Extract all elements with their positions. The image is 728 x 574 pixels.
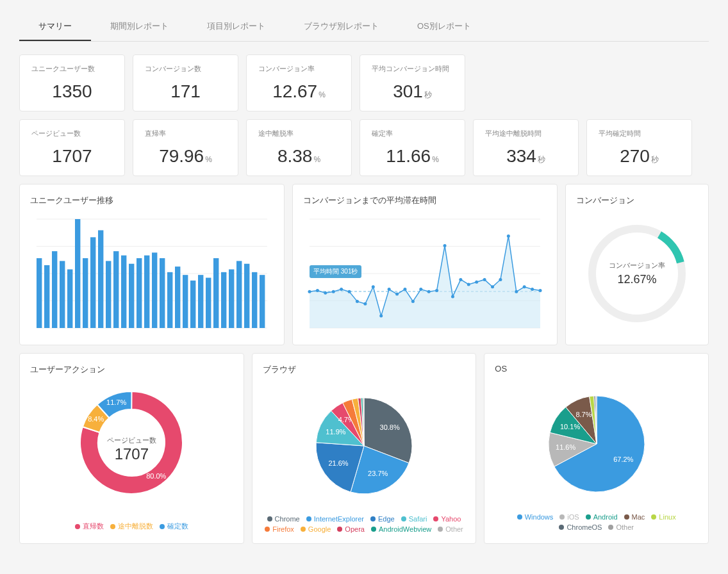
legend-item[interactable]: Firefox bbox=[265, 525, 294, 533]
legend-item[interactable]: Linux bbox=[651, 513, 675, 521]
ua-center-label: ページビュー数 bbox=[107, 436, 156, 445]
legend-item[interactable]: Opera bbox=[337, 525, 365, 533]
chart-browser: ブラウザ 30.8%23.7%21.6%11.9%4.7% ChromeInte… bbox=[252, 353, 477, 544]
svg-point-48 bbox=[363, 302, 367, 306]
svg-point-50 bbox=[379, 315, 383, 318]
svg-point-66 bbox=[507, 234, 510, 238]
metric-value: 79.96% bbox=[145, 146, 226, 167]
metric-value: 11.66% bbox=[372, 146, 453, 167]
legend-item[interactable]: InternetExplorer bbox=[306, 515, 364, 523]
svg-rect-30 bbox=[229, 269, 234, 328]
svg-point-62 bbox=[475, 281, 478, 284]
metric-label: 平均途中離脱時間 bbox=[485, 129, 567, 138]
report-tabs: サマリー期間別レポート項目別レポートブラウザ別レポートOS別レポート bbox=[19, 13, 709, 42]
metric-label: コンバージョン率 bbox=[258, 64, 340, 74]
svg-rect-19 bbox=[144, 256, 149, 328]
svg-text:8.7%: 8.7% bbox=[575, 411, 592, 418]
svg-point-61 bbox=[467, 283, 470, 286]
metric-value: 301秒 bbox=[372, 81, 453, 102]
svg-text:10.1%: 10.1% bbox=[560, 423, 580, 430]
legend-item[interactable]: 途中離脱数 bbox=[110, 521, 153, 531]
svg-rect-6 bbox=[44, 265, 49, 328]
legend-item[interactable]: Safari bbox=[401, 515, 427, 523]
svg-rect-22 bbox=[167, 272, 172, 328]
svg-rect-14 bbox=[106, 261, 111, 328]
chart-title: OS bbox=[495, 364, 698, 373]
svg-rect-28 bbox=[213, 258, 219, 328]
legend-item[interactable]: Chrome bbox=[267, 515, 300, 523]
legend-item[interactable]: Edge bbox=[370, 515, 395, 523]
avg-tooltip: 平均時間 301秒 bbox=[310, 265, 361, 278]
svg-point-59 bbox=[451, 295, 454, 298]
svg-rect-33 bbox=[252, 272, 257, 328]
legend-item[interactable]: Mac bbox=[624, 513, 645, 521]
svg-point-52 bbox=[395, 293, 399, 296]
metric-card: ユニークユーザー数1350 bbox=[19, 54, 125, 111]
metric-card: コンバージョン数171 bbox=[133, 54, 238, 111]
svg-rect-29 bbox=[221, 272, 226, 328]
metric-card: コンバージョン率12.67% bbox=[246, 54, 352, 111]
svg-point-49 bbox=[372, 285, 375, 288]
svg-text:30.8%: 30.8% bbox=[380, 423, 400, 431]
chart-title: ブラウザ bbox=[263, 364, 466, 375]
legend-item[interactable]: Windows bbox=[517, 513, 554, 521]
svg-text:80.0%: 80.0% bbox=[147, 472, 167, 480]
svg-rect-16 bbox=[121, 256, 126, 328]
chart-uu-trend: ユニークユーザー推移 bbox=[19, 184, 285, 345]
legend-item[interactable]: 確定数 bbox=[160, 521, 188, 531]
svg-rect-26 bbox=[198, 275, 203, 328]
legend-item[interactable]: Android bbox=[586, 513, 618, 521]
metric-card: 平均コンバージョン時間301秒 bbox=[360, 54, 465, 111]
metric-label: 途中離脱率 bbox=[258, 129, 340, 138]
svg-rect-23 bbox=[175, 266, 180, 328]
svg-rect-27 bbox=[206, 278, 211, 328]
tab-0[interactable]: サマリー bbox=[19, 13, 91, 41]
metric-value: 334秒 bbox=[485, 146, 567, 167]
metric-value: 12.67% bbox=[258, 81, 340, 102]
svg-rect-8 bbox=[60, 261, 65, 328]
svg-point-70 bbox=[539, 289, 542, 292]
ua-center-value: 1707 bbox=[107, 445, 156, 463]
legend-item[interactable]: AndroidWebview bbox=[371, 525, 431, 533]
svg-rect-10 bbox=[75, 219, 80, 328]
legend-item[interactable]: 直帰数 bbox=[75, 521, 104, 531]
metric-value: 270秒 bbox=[599, 146, 680, 167]
chart-title: ユニークユーザー推移 bbox=[30, 195, 274, 206]
svg-rect-15 bbox=[113, 251, 119, 328]
legend-item[interactable]: Other bbox=[608, 523, 634, 531]
svg-rect-20 bbox=[152, 252, 157, 328]
tab-2[interactable]: 項目別レポート bbox=[188, 13, 285, 41]
svg-point-63 bbox=[483, 278, 486, 281]
svg-rect-12 bbox=[90, 237, 95, 328]
browser-legend: ChromeInternetExplorerEdgeSafariYahooFir… bbox=[263, 515, 466, 533]
chart-os: OS 67.2%11.6%10.1%8.7% WindowsiOSAndroid… bbox=[484, 353, 709, 544]
svg-point-54 bbox=[411, 300, 415, 303]
svg-point-44 bbox=[332, 290, 335, 293]
svg-rect-18 bbox=[136, 258, 142, 328]
metric-value: 8.38% bbox=[258, 146, 340, 167]
tab-4[interactable]: OS別レポート bbox=[398, 13, 490, 41]
chart-title: コンバージョンまでの平均滞在時間 bbox=[303, 195, 547, 206]
svg-rect-32 bbox=[244, 264, 249, 328]
legend-item[interactable]: Other bbox=[438, 525, 463, 533]
metric-label: ユニークユーザー数 bbox=[31, 64, 113, 74]
tab-1[interactable]: 期間別レポート bbox=[91, 13, 188, 41]
metric-label: 直帰率 bbox=[145, 129, 226, 138]
ua-legend: 直帰数途中離脱数確定数 bbox=[30, 521, 233, 531]
legend-item[interactable]: Yahoo bbox=[433, 515, 461, 523]
legend-item[interactable]: Google bbox=[301, 525, 331, 533]
metric-label: 平均確定時間 bbox=[599, 129, 680, 138]
tab-3[interactable]: ブラウザ別レポート bbox=[285, 13, 398, 41]
legend-item[interactable]: iOS bbox=[559, 513, 579, 521]
chart-title: ユーザーアクション bbox=[30, 364, 233, 375]
metric-card: ページビュー数1707 bbox=[19, 119, 125, 176]
svg-rect-24 bbox=[183, 275, 188, 328]
svg-text:11.9%: 11.9% bbox=[326, 428, 345, 436]
svg-rect-5 bbox=[37, 258, 42, 328]
metrics-row-2: ページビュー数1707直帰率79.96%途中離脱率8.38%確定率11.66%平… bbox=[19, 119, 709, 176]
svg-point-55 bbox=[419, 288, 422, 291]
metric-label: 確定率 bbox=[372, 129, 453, 138]
svg-point-68 bbox=[523, 285, 526, 288]
legend-item[interactable]: ChromeOS bbox=[559, 523, 602, 531]
svg-point-51 bbox=[388, 288, 391, 291]
